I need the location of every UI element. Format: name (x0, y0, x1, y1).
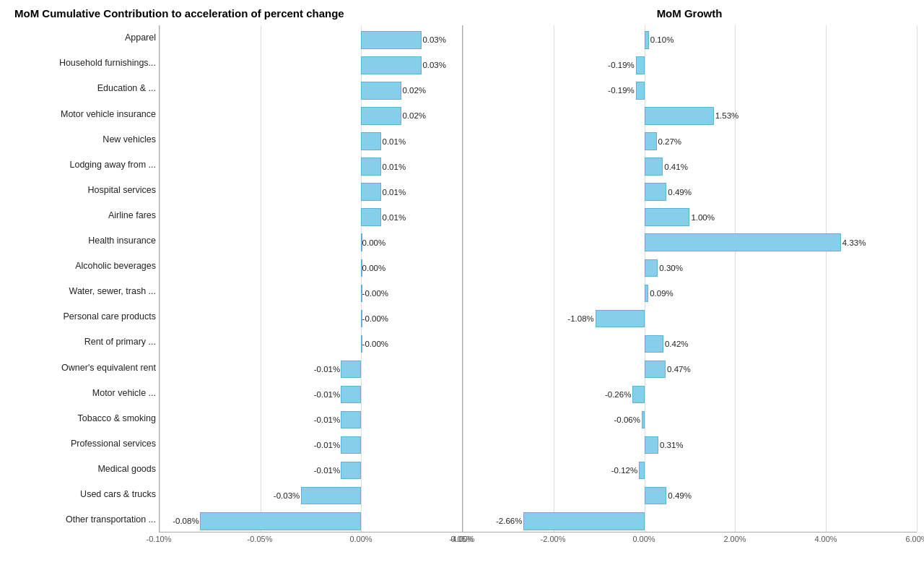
bar-row: 0.01% (160, 154, 462, 179)
left-x-axis: -0.10%-0.05%0.00%0.05% (159, 535, 462, 549)
bar-row: 0.01% (160, 204, 462, 230)
bar-value-label: 0.27% (658, 137, 681, 146)
bar-segment (645, 31, 649, 49)
category-label: Tobacco & smoking (7, 414, 156, 423)
category-label: Apparel (7, 33, 156, 43)
bar-segment (341, 411, 361, 429)
bar-segment (642, 411, 645, 429)
bar-segment (645, 361, 666, 379)
bar-segment (645, 436, 658, 454)
bar-value-label: 0.03% (422, 61, 446, 69)
bar-value-label: 1.00% (691, 213, 715, 222)
bar-row: 0.03% (160, 53, 462, 78)
bar-segment (361, 158, 381, 176)
bar-value-label: -0.19% (608, 86, 634, 95)
bar-segment (645, 259, 658, 277)
bar-row: -0.01% (160, 433, 462, 458)
bar-segment (200, 512, 361, 530)
grid-line (917, 25, 918, 532)
bar-row: 0.42% (463, 331, 917, 356)
bar-row: 0.41% (463, 154, 917, 179)
category-label: Lodging away from ... (7, 160, 156, 170)
bar-value-label: 0.01% (383, 213, 406, 222)
bar-row: -0.19% (463, 78, 917, 103)
x-axis-label: 6.00% (905, 535, 924, 543)
bar-row: 4.33% (463, 230, 917, 255)
bar-value-label: -0.01% (314, 390, 340, 399)
right-bars-area: 0.10%-0.19%-0.19%1.53%0.27%0.41%0.49%1.0… (462, 25, 917, 532)
bar-segment (645, 208, 690, 226)
category-label: Used cars & trucks (7, 490, 156, 499)
x-axis-label: 2.00% (723, 535, 746, 543)
category-label: Owner's equivalent rent (7, 363, 156, 373)
category-label: Alcoholic beverages (7, 262, 156, 271)
bar-value-label: -1.08% (567, 314, 593, 323)
bar-row: -0.03% (160, 483, 462, 509)
bar-value-label: -0.01% (314, 415, 340, 424)
bar-row: -0.00% (160, 306, 462, 331)
bar-value-label: 0.02% (402, 111, 426, 120)
bar-row: -2.66% (463, 509, 917, 534)
category-label: New vehicles (7, 135, 156, 144)
bar-segment (645, 487, 667, 505)
bar-value-label: 0.30% (659, 264, 683, 272)
bar-segment (645, 107, 714, 125)
bar-row: 0.02% (160, 78, 462, 103)
bar-value-label: -0.08% (173, 517, 199, 525)
bar-segment (645, 335, 663, 353)
bar-row: 0.03% (160, 27, 462, 53)
left-chart-title: MoM Cumulative Contribution to accelerat… (7, 7, 462, 20)
bar-segment (636, 82, 645, 100)
bar-value-label: -0.01% (314, 466, 340, 475)
bar-segment (645, 285, 649, 303)
bar-value-label: -0.01% (314, 365, 340, 374)
category-label: Motor vehicle insurance (7, 110, 156, 119)
bar-segment (645, 233, 841, 251)
category-label: Water, sewer, trash ... (7, 287, 156, 296)
x-axis-label: -0.10% (147, 535, 172, 543)
category-label: Medical goods (7, 465, 156, 474)
right-chart-body: 0.10%-0.19%-0.19%1.53%0.27%0.41%0.49%1.0… (462, 25, 917, 532)
bar-row: 0.49% (463, 483, 917, 509)
left-labels-col: ApparelHousehold furnishings...Education… (7, 25, 159, 532)
x-axis-label: 0.00% (632, 535, 655, 543)
bar-segment (636, 56, 645, 74)
bar-value-label: 4.33% (842, 238, 866, 247)
bar-row: -0.08% (160, 509, 462, 534)
bar-value-label: -0.19% (608, 61, 634, 69)
bar-value-label: 0.01% (383, 137, 406, 146)
bar-value-label: -0.12% (611, 466, 637, 475)
right-chart-title: MoM Growth (462, 7, 917, 20)
titles-row: MoM Cumulative Contribution to accelerat… (7, 7, 917, 20)
bar-segment (645, 132, 657, 150)
category-label: Health insurance (7, 236, 156, 246)
bar-segment (341, 462, 361, 480)
category-label: Rent of primary ... (7, 337, 156, 347)
bar-row: -0.19% (463, 53, 917, 78)
bar-value-label: 0.00% (362, 238, 386, 247)
bar-value-label: 0.10% (650, 35, 674, 44)
bar-value-label: 0.00% (362, 264, 386, 272)
bar-segment (523, 512, 644, 530)
bar-row: 1.00% (463, 204, 917, 230)
bar-segment (341, 436, 361, 454)
bar-row: -0.12% (463, 458, 917, 483)
bar-row: 1.53% (463, 103, 917, 129)
bar-value-label: 0.31% (660, 441, 684, 449)
bar-value-label: 0.02% (402, 86, 426, 95)
bar-row: 0.27% (463, 129, 917, 154)
bar-row: 0.02% (160, 103, 462, 129)
bar-value-label: 0.41% (664, 163, 688, 171)
bar-row: -0.06% (463, 407, 917, 433)
bar-segment (361, 132, 381, 150)
bar-row: 0.09% (463, 280, 917, 306)
bar-row: -0.01% (160, 458, 462, 483)
bar-value-label: 0.09% (650, 289, 674, 298)
bar-row: -0.01% (160, 356, 462, 381)
bar-row: 0.01% (160, 179, 462, 204)
x-axis-label: 4.00% (814, 535, 837, 543)
bar-value-label: -0.00% (362, 340, 388, 348)
bar-value-label: -2.66% (496, 517, 522, 525)
bar-value-label: -0.06% (614, 415, 640, 424)
bar-value-label: 0.01% (383, 188, 406, 197)
